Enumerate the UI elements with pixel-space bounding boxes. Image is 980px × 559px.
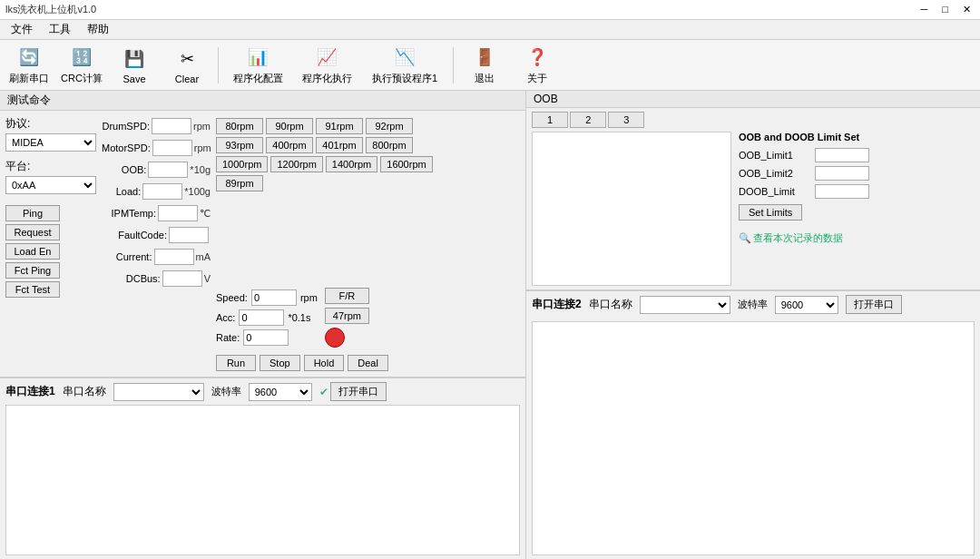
- btn-91rpm[interactable]: 91rpm: [316, 118, 363, 134]
- btn-90rpm[interactable]: 90rpm: [266, 118, 313, 134]
- fault-code-input[interactable]: [169, 227, 209, 243]
- btn-1400rpm[interactable]: 1400rpm: [326, 156, 377, 172]
- doob-label: DOOB_Limit: [739, 186, 811, 197]
- serial1-header: 串口连接1 串口名称 波特率 9600 ✔ 打开串口: [5, 382, 520, 401]
- deal-button[interactable]: Deal: [348, 355, 388, 371]
- oob-right: OOB and DOOB Limit Set OOB_Limit1 OOB_Li…: [739, 132, 975, 286]
- btn-401rpm[interactable]: 401rpm: [316, 137, 363, 153]
- prog-exec-button[interactable]: 📈 程序化执行: [295, 44, 358, 86]
- refresh-button[interactable]: 🔄 刷新串口: [5, 44, 53, 86]
- fr-button[interactable]: F/R: [325, 288, 369, 304]
- separator-1: [218, 47, 219, 83]
- menu-file[interactable]: 文件: [4, 20, 40, 39]
- doob-row: DOOB_Limit: [739, 184, 975, 199]
- run-button[interactable]: Run: [216, 355, 256, 371]
- rpm-row-4: 89rpm: [216, 175, 520, 191]
- btn-800rpm[interactable]: 800rpm: [366, 137, 413, 153]
- dcbus-input[interactable]: [162, 270, 202, 287]
- protocol-select[interactable]: MIDEA: [5, 133, 96, 152]
- fct-ping-button[interactable]: Fct Ping: [5, 262, 60, 279]
- rpm-row-2: 93rpm 400rpm 401rpm 800rpm: [216, 137, 520, 153]
- about-label: 关于: [527, 72, 547, 85]
- ping-button[interactable]: Ping: [5, 205, 60, 221]
- maximize-button[interactable]: □: [938, 4, 952, 15]
- ipm-temp-row: IPMTemp: ℃: [102, 205, 211, 221]
- minimize-button[interactable]: ─: [917, 4, 932, 15]
- ipm-temp-input[interactable]: [158, 205, 198, 221]
- rpm-row-3: 1000rpm 1200rpm 1400rpm 1600rpm: [216, 156, 520, 172]
- motor-spd-input[interactable]: [152, 140, 192, 156]
- btn-400rpm[interactable]: 400rpm: [266, 137, 313, 153]
- separator-2: [453, 47, 454, 83]
- drum-spd-unit: rpm: [193, 121, 211, 132]
- refresh-label: 刷新串口: [9, 72, 49, 85]
- serial2-header: 串口连接2 串口名称 波特率 9600 打开串口: [532, 295, 975, 314]
- speed-input[interactable]: [251, 289, 297, 306]
- exec-preset-button[interactable]: 📉 执行预设程序1: [364, 44, 446, 86]
- about-button[interactable]: ❓ 关于: [514, 44, 561, 86]
- load-input[interactable]: [142, 183, 182, 200]
- request-button[interactable]: Request: [5, 224, 60, 240]
- serial1-port-select[interactable]: [113, 383, 204, 401]
- crc-button[interactable]: 🔢 CRC计算: [58, 44, 105, 86]
- middle-controls: DrumSPD: rpm MotorSPD: rpm OOB: *10g Loa…: [102, 116, 211, 371]
- load-en-button[interactable]: Load En: [5, 243, 60, 260]
- set-limits-button[interactable]: Set Limits: [739, 204, 802, 221]
- hold-button[interactable]: Hold: [304, 355, 345, 371]
- oob-tab-2[interactable]: 2: [570, 112, 606, 128]
- limit1-row: OOB_Limit1: [739, 148, 975, 162]
- serial1-port-label: 串口名称: [63, 384, 106, 399]
- oob-tab-1[interactable]: 1: [532, 112, 568, 128]
- limit2-label: OOB_Limit2: [739, 168, 811, 179]
- serial2-open-button[interactable]: 打开串口: [846, 295, 902, 314]
- serial1-baud-select[interactable]: 9600: [249, 383, 312, 401]
- current-row: Current: mA: [102, 249, 211, 265]
- motor-spd-row: MotorSPD: rpm: [102, 140, 211, 156]
- menu-help[interactable]: 帮助: [80, 20, 116, 39]
- load-label: Load:: [102, 186, 141, 197]
- btn-92rpm[interactable]: 92rpm: [366, 118, 413, 134]
- drum-spd-input[interactable]: [152, 118, 191, 134]
- exec-preset-label: 执行预设程序1: [372, 72, 437, 85]
- oob-tab-3[interactable]: 3: [608, 112, 644, 128]
- serial2-port-select[interactable]: [640, 296, 730, 314]
- prog-config-label: 程序化配置: [233, 72, 283, 85]
- doob-input[interactable]: [815, 184, 869, 199]
- limit1-input[interactable]: [815, 148, 869, 162]
- view-data-link[interactable]: 🔍 查看本次记录的数据: [739, 231, 975, 245]
- serial2-baud-select[interactable]: 9600: [775, 296, 838, 314]
- load-unit: *100g: [184, 186, 211, 197]
- stop-button[interactable]: Stop: [260, 355, 300, 371]
- btn-93rpm[interactable]: 93rpm: [216, 137, 263, 153]
- save-button[interactable]: 💾 Save: [111, 44, 158, 86]
- clear-button[interactable]: ✂ Clear: [163, 44, 211, 86]
- about-icon: ❓: [524, 45, 550, 70]
- exec-preset-icon: 📉: [392, 45, 417, 70]
- 47rpm-button[interactable]: 47rpm: [325, 308, 369, 324]
- platform-select[interactable]: 0xAA: [5, 176, 96, 194]
- rate-input[interactable]: [243, 329, 289, 346]
- btn-89rpm[interactable]: 89rpm: [216, 175, 263, 191]
- prog-config-icon: 📊: [245, 45, 270, 70]
- prog-config-button[interactable]: 📊 程序化配置: [226, 44, 289, 86]
- clear-icon: ✂: [174, 46, 200, 72]
- exit-button[interactable]: 🚪 退出: [461, 44, 508, 86]
- save-label: Save: [122, 74, 145, 84]
- serial1-open-button[interactable]: 打开串口: [330, 382, 387, 401]
- acc-input[interactable]: [239, 309, 284, 326]
- btn-1000rpm[interactable]: 1000rpm: [216, 156, 268, 172]
- btn-1600rpm[interactable]: 1600rpm: [380, 156, 432, 172]
- btn-1200rpm[interactable]: 1200rpm: [270, 156, 322, 172]
- serial2-area: 串口连接2 串口名称 波特率 9600 打开串口: [526, 290, 980, 559]
- refresh-icon: 🔄: [16, 45, 42, 70]
- menu-tools[interactable]: 工具: [42, 20, 78, 39]
- limit2-input[interactable]: [815, 166, 869, 181]
- fault-code-row: FaultCode:: [102, 227, 211, 243]
- fct-test-button[interactable]: Fct Test: [5, 281, 60, 298]
- close-button[interactable]: ✕: [959, 4, 975, 15]
- btn-80rpm[interactable]: 80rpm: [216, 118, 263, 134]
- motor-spd-unit: rpm: [194, 142, 211, 153]
- serial1-status: ✔ 打开串口: [319, 382, 387, 401]
- oob-input[interactable]: [148, 162, 188, 178]
- current-input[interactable]: [154, 249, 194, 265]
